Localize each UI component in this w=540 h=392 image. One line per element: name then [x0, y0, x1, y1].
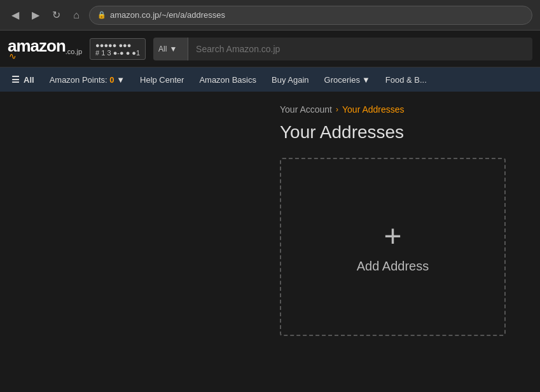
account-id: # 1 3 ●-● ● ●1	[95, 49, 140, 57]
right-area: Your Account › Your Addresses Your Addre…	[280, 104, 527, 359]
url-text: amazon.co.jp/~/en/a/addresses	[110, 10, 225, 20]
nav-food[interactable]: Food & B...	[379, 73, 433, 87]
home-button[interactable]: ⌂	[69, 8, 84, 23]
add-address-card[interactable]: + Add Address	[280, 158, 506, 336]
points-badge: 0	[109, 75, 114, 85]
search-category-dropdown[interactable]: All ▼	[153, 38, 188, 60]
nav-buy-again[interactable]: Buy Again	[265, 73, 315, 87]
back-button[interactable]: ◀	[8, 8, 23, 23]
nav-bar: ☰ All Amazon Points: 0 ▼ Help Center Ama…	[0, 67, 540, 92]
logo-suffix: .co.jp	[66, 48, 82, 55]
refresh-button[interactable]: ↻	[48, 8, 64, 23]
groceries-dropdown-icon: ▼	[362, 75, 370, 85]
browser-chrome: ◀ ▶ ↻ ⌂ 🔒 amazon.co.jp/~/en/a/addresses	[0, 0, 540, 31]
amazon-logo[interactable]: amazon ∿ .co.jp	[8, 36, 82, 61]
nav-amazon-points[interactable]: Amazon Points: 0 ▼	[43, 73, 131, 87]
nav-help-center[interactable]: Help Center	[134, 73, 190, 87]
account-info: ●●●●● ●●● # 1 3 ●-● ● ●1	[90, 38, 146, 60]
addresses-grid: + Add Address	[280, 158, 527, 336]
dropdown-arrow-icon: ▼	[169, 45, 177, 53]
nav-groceries[interactable]: Groceries ▼	[318, 73, 377, 87]
breadcrumb: Your Account › Your Addresses	[280, 104, 527, 115]
page-title: Your Addresses	[280, 122, 527, 143]
points-dropdown-icon: ▼	[116, 75, 125, 85]
page-layout: Your Account › Your Addresses Your Addre…	[0, 92, 540, 372]
breadcrumb-parent[interactable]: Your Account	[280, 104, 332, 115]
address-bar[interactable]: 🔒 amazon.co.jp/~/en/a/addresses	[89, 6, 532, 25]
search-input[interactable]	[188, 38, 532, 60]
breadcrumb-separator: ›	[336, 105, 338, 114]
search-bar: All ▼	[153, 38, 532, 60]
left-area	[13, 104, 280, 359]
amazon-header: amazon ∿ .co.jp ●●●●● ●●● # 1 3 ●-● ● ●1…	[0, 31, 540, 67]
search-category-label: All	[158, 45, 167, 53]
breadcrumb-current: Your Addresses	[342, 104, 405, 115]
add-plus-icon: +	[384, 221, 401, 251]
nav-all[interactable]: ☰ All	[5, 72, 41, 87]
hamburger-icon: ☰	[11, 74, 20, 85]
add-address-label: Add Address	[357, 259, 429, 274]
nav-all-label: All	[24, 75, 34, 85]
account-placeholder: ●●●●● ●●●	[95, 41, 131, 49]
nav-amazon-basics[interactable]: Amazon Basics	[193, 73, 263, 87]
security-icon: 🔒	[97, 11, 106, 19]
forward-button[interactable]: ▶	[28, 8, 43, 23]
